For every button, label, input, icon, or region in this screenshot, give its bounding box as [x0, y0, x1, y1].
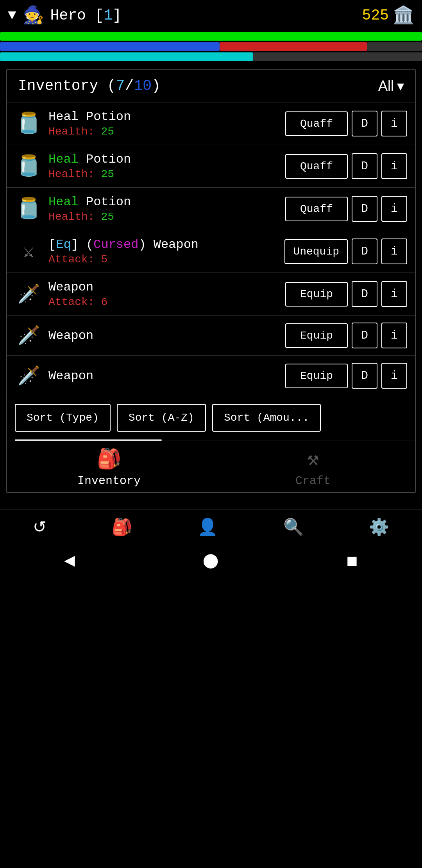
filter-button[interactable]: All ▾: [378, 78, 404, 94]
info-button[interactable]: i: [381, 281, 407, 307]
stat-value: 6: [101, 296, 107, 308]
info-button[interactable]: i: [381, 153, 407, 179]
android-home-button[interactable]: ⬤: [203, 552, 218, 569]
energy-rest: [253, 52, 422, 61]
item-info: Heal Potion Health: 25: [48, 195, 279, 223]
stat-label: Health:: [48, 211, 95, 223]
sort-bar: Sort (Type) Sort (A-Z) Sort (Amou...: [7, 396, 415, 439]
inventory-max: 10: [134, 77, 152, 94]
item-buttons: Quaff D i: [285, 196, 407, 222]
mana-stamina-rest: [367, 42, 422, 51]
craft-tab-icon: ⚒️: [307, 447, 319, 471]
sort-amount-button[interactable]: Sort (Amou...: [212, 404, 321, 432]
item-stat: Attack: 5: [48, 253, 278, 265]
table-row: 🗡️ Weapon Equip D i: [7, 316, 415, 356]
equip-button[interactable]: Equip: [285, 364, 348, 388]
android-recent-button[interactable]: ◼: [346, 552, 358, 569]
table-row: 🫙 Heal Potion Health: 25 Quaff D i: [7, 145, 415, 188]
quaff-button[interactable]: Quaff: [285, 197, 348, 221]
chevron-down-icon[interactable]: ▼: [8, 7, 16, 23]
item-name: Heal Potion: [48, 109, 279, 124]
eq-label: Eq: [56, 237, 71, 252]
tab-inventory[interactable]: 🎒 Inventory: [7, 447, 211, 488]
health-bar: [0, 32, 422, 41]
item-info: [Eq] (Cursed) Weapon Attack: 5: [48, 237, 278, 265]
nav-quests-button[interactable]: ↺: [33, 517, 46, 536]
gold-amount: 525: [362, 7, 389, 24]
drop-button[interactable]: D: [352, 323, 377, 348]
item-stat: Attack: 6: [48, 296, 279, 308]
item-stat: Health: 25: [48, 126, 279, 138]
drop-button[interactable]: D: [352, 363, 377, 389]
top-bar-left: ▼ 🧙 Hero [1]: [8, 5, 122, 26]
nav-bar: ↺ 🎒 👤 🔍 ⚙️: [0, 509, 422, 543]
sort-type-button[interactable]: Sort (Type): [15, 404, 111, 432]
heal-label: Heal: [48, 152, 79, 167]
info-button[interactable]: i: [381, 323, 407, 348]
drop-button[interactable]: D: [352, 196, 377, 222]
drop-button[interactable]: D: [352, 239, 377, 264]
stat-value: 25: [101, 126, 114, 138]
hero-avatar-icon: 🧙: [23, 5, 44, 26]
inventory-title: Inventory (7/10): [18, 77, 161, 94]
item-info: Heal Potion Health: 25: [48, 109, 279, 138]
item-buttons: Unequip D i: [284, 239, 407, 264]
weapon-icon: 🗡️: [15, 325, 42, 347]
item-info: Weapon Attack: 6: [48, 280, 279, 308]
energy-bar-fill: [0, 52, 253, 61]
item-buttons: Equip D i: [285, 281, 407, 307]
quaff-button[interactable]: Quaff: [285, 154, 348, 179]
table-row: ⚔️ [Eq] (Cursed) Weapon Attack: 5 Unequi…: [7, 230, 415, 273]
sort-az-button[interactable]: Sort (A-Z): [117, 404, 206, 432]
nav-inventory-button[interactable]: 🎒: [112, 517, 132, 536]
inventory-header: Inventory (7/10) All ▾: [7, 70, 415, 102]
android-back-button[interactable]: ◀: [64, 552, 75, 569]
health-bar-fill: [0, 32, 422, 41]
potion-icon: 🫙: [15, 154, 42, 179]
stat-value: 25: [101, 168, 114, 180]
gold-icon: 🏛️: [393, 5, 414, 26]
drop-button[interactable]: D: [352, 281, 377, 307]
nav-settings-button[interactable]: ⚙️: [369, 517, 389, 536]
stat-label: Health:: [48, 126, 95, 138]
item-list: 🫙 Heal Potion Health: 25 Quaff D i 🫙 Hea…: [7, 102, 415, 396]
table-row: 🫙 Heal Potion Health: 25 Quaff D i: [7, 102, 415, 145]
equip-button[interactable]: Equip: [285, 282, 348, 307]
item-buttons: Equip D i: [285, 323, 407, 348]
craft-tab-label: Craft: [295, 474, 331, 488]
info-button[interactable]: i: [381, 363, 407, 389]
item-name: Heal Potion: [48, 152, 279, 167]
nav-character-button[interactable]: 👤: [197, 517, 218, 536]
drop-button[interactable]: D: [352, 153, 377, 179]
item-name: Weapon: [48, 328, 279, 343]
nav-map-button[interactable]: 🔍: [283, 517, 304, 536]
item-name: Weapon: [48, 369, 279, 383]
info-button[interactable]: i: [381, 196, 407, 222]
info-button[interactable]: i: [381, 111, 407, 136]
weapon-icon: 🗡️: [15, 283, 42, 305]
potion-icon: 🫙: [15, 196, 42, 221]
mana-bar-fill: [0, 42, 220, 51]
potion-icon: 🫙: [15, 111, 42, 136]
equip-button[interactable]: Equip: [285, 323, 348, 348]
weapon-icon: 🗡️: [15, 365, 42, 387]
item-info: Weapon: [48, 328, 279, 343]
filter-label: All: [378, 78, 394, 94]
table-row: 🫙 Heal Potion Health: 25 Quaff D i: [7, 188, 415, 230]
item-info: Heal Potion Health: 25: [48, 152, 279, 180]
unequip-button[interactable]: Unequip: [284, 239, 348, 264]
inventory-used: 7: [116, 77, 125, 94]
info-button[interactable]: i: [381, 239, 407, 264]
quaff-button[interactable]: Quaff: [285, 111, 348, 136]
item-name: [Eq] (Cursed) Weapon: [48, 237, 278, 252]
drop-button[interactable]: D: [352, 111, 377, 136]
weapon-icon: ⚔️: [15, 240, 42, 263]
item-stat: Health: 25: [48, 211, 279, 223]
stat-label: Attack:: [48, 296, 95, 308]
item-info: Weapon: [48, 369, 279, 383]
hero-level: 1: [104, 7, 113, 24]
tab-craft[interactable]: ⚒️ Craft: [211, 447, 415, 488]
table-row: 🗡️ Weapon Attack: 6 Equip D i: [7, 273, 415, 316]
inventory-tab-icon: 🎒: [97, 447, 121, 471]
item-buttons: Quaff D i: [285, 153, 407, 179]
